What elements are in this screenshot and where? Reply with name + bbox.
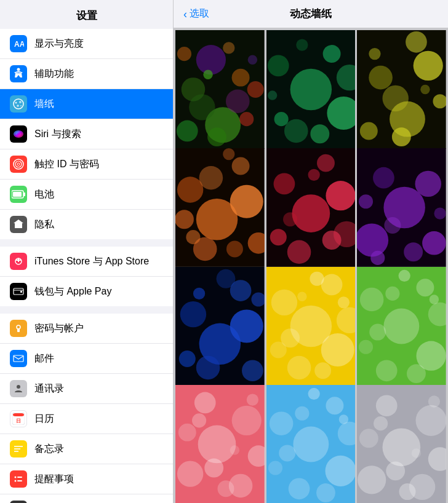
sidebar-item-reminders[interactable]: 提醒事项	[0, 464, 173, 494]
sidebar-item-display[interactable]: AA 显示与亮度	[0, 29, 173, 59]
svg-rect-22	[14, 290, 23, 291]
sidebar-item-accessibility[interactable]: 辅助功能	[0, 59, 173, 89]
svg-point-72	[268, 90, 277, 100]
svg-point-173	[326, 397, 343, 414]
svg-point-6	[20, 105, 22, 106]
svg-point-140	[297, 291, 306, 301]
svg-rect-36	[14, 448, 20, 450]
svg-point-182	[383, 428, 421, 466]
wallpaper-item-3[interactable]	[357, 30, 446, 149]
sidebar-item-siri[interactable]: Siri 与搜索	[0, 119, 173, 149]
contacts-label: 通讯录	[34, 382, 64, 395]
wallpaper-item-5[interactable]	[266, 148, 356, 267]
reminders-icon	[10, 470, 27, 488]
wallpaper-item-8[interactable]	[266, 267, 356, 386]
svg-point-190	[374, 416, 388, 430]
svg-point-95	[199, 166, 223, 190]
wallpaper-item-1[interactable]	[175, 30, 265, 149]
svg-point-64	[268, 55, 289, 77]
sidebar-item-wallet[interactable]: 钱包与 Apple Pay	[0, 277, 173, 306]
svg-point-113	[359, 194, 373, 208]
svg-point-94	[226, 241, 243, 258]
wallpaper-item-4[interactable]	[175, 148, 265, 267]
svg-point-165	[247, 394, 258, 405]
svg-point-134	[321, 274, 342, 295]
sidebar-item-battery[interactable]: 电池	[0, 180, 173, 210]
svg-point-128	[242, 360, 263, 381]
wallpaper-item-10[interactable]	[175, 385, 265, 503]
svg-point-53	[177, 121, 198, 142]
svg-point-2	[14, 99, 23, 109]
svg-point-174	[268, 461, 282, 475]
svg-point-75	[369, 66, 393, 90]
svg-point-158	[232, 406, 262, 435]
sidebar-item-contacts[interactable]: 通讯录	[0, 374, 173, 404]
notes-icon	[10, 440, 27, 457]
svg-point-163	[217, 480, 234, 497]
wallpaper-item-12[interactable]	[357, 385, 446, 503]
svg-point-100	[287, 240, 311, 264]
svg-point-117	[371, 251, 385, 265]
calendar-icon: 日	[10, 410, 27, 427]
svg-point-86	[177, 177, 203, 203]
svg-point-61	[247, 81, 264, 98]
mail-icon	[10, 350, 27, 367]
svg-point-139	[337, 296, 349, 308]
sidebar-item-touchid[interactable]: 触控 ID 与密码	[0, 149, 173, 180]
svg-point-3	[15, 102, 17, 104]
sidebar-item-passwords[interactable]: 密码与帐户	[0, 314, 173, 344]
svg-point-102	[270, 229, 286, 245]
svg-point-180	[316, 483, 335, 502]
svg-point-114	[404, 243, 423, 262]
svg-point-106	[283, 212, 297, 226]
svg-point-50	[232, 69, 250, 87]
svg-point-143	[384, 308, 420, 344]
sidebar: 设置 AA 显示与亮度 辅助功能	[0, 0, 174, 503]
notes-label: 备忘录	[34, 443, 64, 456]
svg-point-51	[196, 45, 226, 74]
wallpaper-item-9[interactable]	[357, 267, 446, 386]
sidebar-item-privacy[interactable]: 隐私	[0, 210, 173, 239]
svg-point-71	[310, 124, 329, 143]
svg-rect-13	[23, 192, 25, 196]
svg-point-126	[217, 269, 236, 288]
wallpaper-item-6[interactable]	[357, 148, 446, 267]
svg-point-1	[17, 68, 20, 71]
svg-point-178	[338, 414, 348, 424]
svg-point-41	[15, 480, 17, 482]
svg-point-66	[284, 119, 308, 143]
svg-point-151	[370, 323, 386, 340]
svg-point-185	[376, 395, 398, 416]
svg-rect-19	[16, 259, 21, 261]
back-chevron-icon: ‹	[183, 9, 187, 20]
sidebar-section-2: iTunes Store 与 App Store 钱包与 Apple Pay	[0, 247, 173, 306]
svg-point-76	[414, 51, 443, 81]
sidebar-item-itunes[interactable]: iTunes Store 与 App Store	[0, 247, 173, 277]
wallpaper-item-2[interactable]	[266, 30, 356, 149]
wallpaper-icon	[10, 95, 27, 113]
sidebar-item-voicememo[interactable]: 语音备忘录	[0, 494, 173, 503]
back-button[interactable]: ‹ 选取	[183, 7, 209, 20]
svg-point-4	[19, 101, 22, 103]
sidebar-item-wallpaper[interactable]: 墙纸	[0, 89, 173, 119]
wallpaper-item-7[interactable]	[175, 267, 265, 386]
battery-icon	[10, 186, 27, 203]
sidebar-item-mail[interactable]: 邮件	[0, 344, 173, 374]
svg-point-101	[317, 154, 335, 172]
svg-point-156	[198, 425, 236, 463]
touchid-label: 触控 ID 与密码	[34, 158, 99, 171]
sidebar-title: 设置	[0, 0, 173, 29]
svg-point-189	[399, 483, 416, 500]
svg-point-104	[308, 169, 319, 181]
svg-point-184	[416, 405, 446, 436]
svg-rect-38	[12, 473, 25, 485]
svg-point-58	[177, 47, 191, 61]
right-panel-title: 动态墙纸	[290, 7, 332, 21]
itunes-icon	[10, 253, 27, 270]
svg-rect-20	[12, 285, 25, 298]
wallpaper-item-11[interactable]	[266, 385, 356, 503]
sidebar-item-calendar[interactable]: 日 日历	[0, 404, 173, 434]
sidebar-item-notes[interactable]: 备忘录	[0, 434, 173, 464]
svg-point-57	[207, 127, 226, 146]
svg-rect-42	[17, 480, 22, 481]
